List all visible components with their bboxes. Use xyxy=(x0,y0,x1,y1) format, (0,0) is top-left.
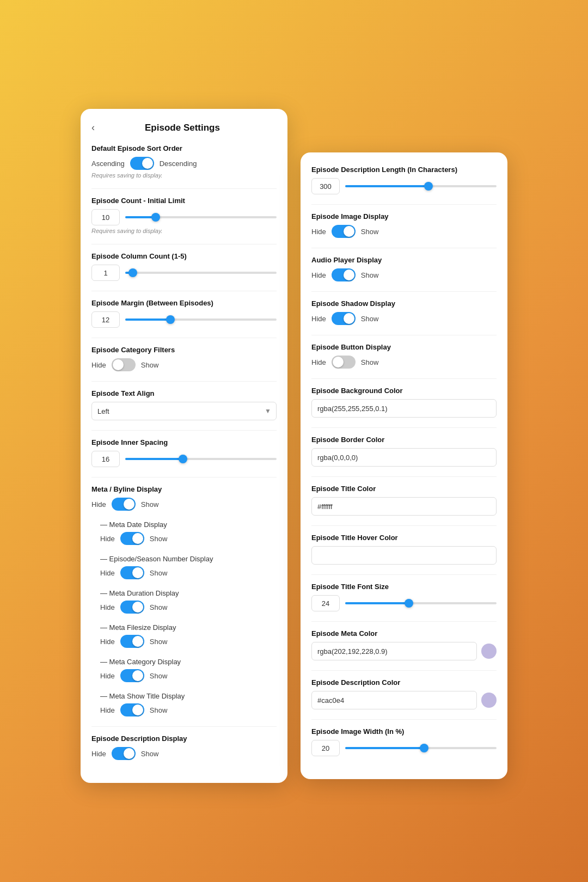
sort-order-toggle[interactable] xyxy=(130,157,154,170)
meta-filesize-toggle-row: Hide Show xyxy=(100,635,277,648)
section-meta-date: — Meta Date Display Hide Show xyxy=(91,520,277,545)
count-limit-input[interactable] xyxy=(91,209,120,225)
desc-length-track[interactable] xyxy=(345,185,497,187)
cat-show-label: Show xyxy=(141,361,159,369)
desc-display-toggle[interactable] xyxy=(112,747,136,760)
desc-display-label: Episode Description Display xyxy=(91,734,277,743)
desc-length-input[interactable] xyxy=(311,178,340,194)
left-panel: ‹ Episode Settings Default Episode Sort … xyxy=(81,109,287,783)
image-width-input[interactable] xyxy=(311,740,340,756)
button-display-toggle-row: Hide Show xyxy=(311,356,497,369)
desc-show-label: Show xyxy=(141,750,159,758)
panel-header: ‹ Episode Settings xyxy=(91,122,277,133)
margin-label: Episode Margin (Between Episodes) xyxy=(91,299,277,307)
bg-color-label: Episode Background Color xyxy=(311,387,497,395)
title-font-size-track[interactable] xyxy=(345,602,497,604)
meta-date-toggle[interactable] xyxy=(120,532,144,545)
count-limit-note: Requires saving to display. xyxy=(91,228,277,234)
section-column-count: Episode Column Count (1-5) xyxy=(91,252,277,281)
section-border-color: Episode Border Color xyxy=(311,436,497,467)
section-button-display: Episode Button Display Hide Show xyxy=(311,343,497,369)
meta-duration-toggle[interactable] xyxy=(120,601,144,614)
audio-show-label: Show xyxy=(361,271,379,279)
btn-show-label: Show xyxy=(361,358,379,366)
desc-display-toggle-row: Hide Show xyxy=(91,747,277,760)
margin-input[interactable] xyxy=(91,311,120,328)
title-color-input[interactable] xyxy=(311,497,497,516)
meta-dur-hide: Hide xyxy=(100,603,115,611)
shadow-display-toggle[interactable] xyxy=(332,312,356,325)
section-meta-filesize: — Meta Filesize Display Hide Show xyxy=(91,623,277,648)
meta-filesize-toggle[interactable] xyxy=(120,635,144,648)
title-font-size-input[interactable] xyxy=(311,595,340,611)
meta-show-title-toggle[interactable] xyxy=(120,703,144,716)
section-title-hover-color: Episode Title Hover Color xyxy=(311,534,497,565)
section-count-limit: Episode Count - Initial Limit Requires s… xyxy=(91,197,277,234)
meta-st-hide: Hide xyxy=(100,706,115,714)
meta-color-label: Episode Meta Color xyxy=(311,629,497,638)
inner-spacing-input[interactable] xyxy=(91,451,120,467)
cat-hide-label: Hide xyxy=(91,361,106,369)
sort-order-note: Requires saving to display. xyxy=(91,172,277,179)
section-inner-spacing: Episode Inner Spacing xyxy=(91,438,277,467)
column-count-input[interactable] xyxy=(91,265,120,281)
desc-color-input[interactable] xyxy=(311,691,477,709)
section-episode-season: — Episode/Season Number Display Hide Sho… xyxy=(91,555,277,579)
meta-st-show: Show xyxy=(150,706,168,714)
section-desc-display: Episode Description Display Hide Show xyxy=(91,734,277,760)
meta-show-title-label: — Meta Show Title Display xyxy=(100,692,277,700)
section-title-color: Episode Title Color xyxy=(311,485,497,516)
title-hover-label: Episode Title Hover Color xyxy=(311,534,497,542)
meta-color-swatch[interactable] xyxy=(481,644,497,659)
category-filters-toggle[interactable] xyxy=(112,358,136,371)
meta-fs-show: Show xyxy=(150,638,168,646)
meta-date-hide: Hide xyxy=(100,535,115,543)
section-shadow-display: Episode Shadow Display Hide Show xyxy=(311,299,497,325)
meta-cat-show: Show xyxy=(150,672,168,680)
meta-cat-hide: Hide xyxy=(100,672,115,680)
desc-color-row xyxy=(311,691,497,709)
meta-date-show: Show xyxy=(150,535,168,543)
section-meta-show-title: — Meta Show Title Display Hide Show xyxy=(91,692,277,716)
meta-category-label: — Meta Category Display xyxy=(100,658,277,666)
audio-player-toggle-row: Hide Show xyxy=(311,268,497,281)
count-limit-slider-row xyxy=(91,209,277,225)
title-hover-input[interactable] xyxy=(311,546,497,565)
title-color-label: Episode Title Color xyxy=(311,485,497,493)
border-color-input[interactable] xyxy=(311,448,497,467)
margin-slider-row xyxy=(91,311,277,328)
inner-spacing-track[interactable] xyxy=(125,458,277,460)
panel-title: Episode Settings xyxy=(101,122,264,133)
img-show-label: Show xyxy=(361,228,379,236)
text-align-select[interactable]: Left Center Right xyxy=(91,402,277,420)
audio-player-toggle[interactable] xyxy=(332,268,356,281)
meta-byline-toggle-row: Hide Show xyxy=(91,498,277,511)
bg-color-input[interactable] xyxy=(311,399,497,418)
margin-track[interactable] xyxy=(125,318,277,321)
section-desc-length: Episode Description Length (In Character… xyxy=(311,166,497,194)
audio-hide-label: Hide xyxy=(311,271,326,279)
meta-color-row xyxy=(311,642,497,660)
meta-byline-toggle[interactable] xyxy=(112,498,136,511)
image-width-track[interactable] xyxy=(345,747,497,749)
section-sort-order: Default Episode Sort Order Ascending Des… xyxy=(91,144,277,179)
desc-color-swatch[interactable] xyxy=(481,693,497,708)
meta-color-input[interactable] xyxy=(311,642,477,660)
section-meta-byline: Meta / Byline Display Hide Show xyxy=(91,485,277,511)
section-image-display: Episode Image Display Hide Show xyxy=(311,212,497,238)
column-count-track[interactable] xyxy=(125,272,277,274)
meta-hide-label: Hide xyxy=(91,500,106,509)
image-display-toggle[interactable] xyxy=(332,225,356,238)
shadow-hide-label: Hide xyxy=(311,315,326,323)
column-count-label: Episode Column Count (1-5) xyxy=(91,252,277,260)
desc-length-slider-row xyxy=(311,178,497,194)
inner-spacing-slider-row xyxy=(91,451,277,467)
episode-season-toggle[interactable] xyxy=(120,566,144,579)
back-button[interactable]: ‹ xyxy=(91,122,95,133)
button-display-toggle[interactable] xyxy=(332,356,356,369)
desc-color-label: Episode Description Color xyxy=(311,678,497,687)
meta-category-toggle[interactable] xyxy=(120,669,144,682)
border-color-label: Episode Border Color xyxy=(311,436,497,444)
meta-dur-show: Show xyxy=(150,603,168,611)
count-limit-track[interactable] xyxy=(125,216,277,218)
